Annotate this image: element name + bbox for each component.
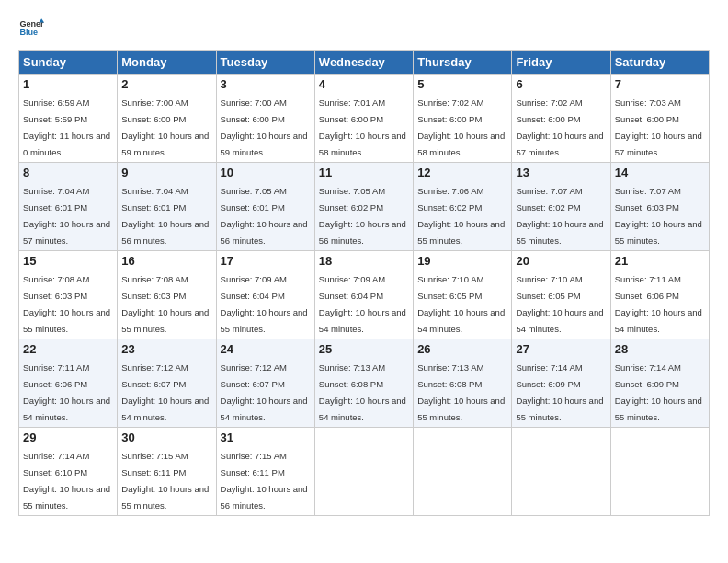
day-info: Sunrise: 7:05 AMSunset: 6:02 PMDaylight:… [319,186,406,246]
calendar-cell: 26 Sunrise: 7:13 AMSunset: 6:08 PMDaylig… [414,339,512,428]
day-number: 25 [319,342,409,356]
calendar-cell: 28 Sunrise: 7:14 AMSunset: 6:09 PMDaylig… [610,339,709,428]
col-header-tuesday: Tuesday [216,51,314,75]
col-header-thursday: Thursday [414,51,512,75]
day-number: 18 [319,254,409,268]
day-number: 16 [121,254,211,268]
day-number: 24 [221,342,311,356]
calendar-cell: 10 Sunrise: 7:05 AMSunset: 6:01 PMDaylig… [216,163,314,251]
day-number: 5 [417,77,507,91]
day-info: Sunrise: 7:03 AMSunset: 6:00 PMDaylight:… [615,98,702,157]
day-number: 9 [121,166,211,179]
calendar-cell: 5 Sunrise: 7:02 AMSunset: 6:00 PMDayligh… [414,75,512,163]
day-number: 7 [615,77,705,91]
day-info: Sunrise: 7:07 AMSunset: 6:03 PMDaylight:… [615,186,702,246]
calendar-cell: 30 Sunrise: 7:15 AMSunset: 6:11 PMDaylig… [118,428,216,516]
calendar-cell: 17 Sunrise: 7:09 AMSunset: 6:04 PMDaylig… [216,251,314,339]
day-number: 31 [221,431,311,444]
day-number: 11 [319,166,409,179]
day-info: Sunrise: 7:14 AMSunset: 6:10 PMDaylight:… [23,451,110,511]
day-info: Sunrise: 7:08 AMSunset: 6:03 PMDaylight:… [23,274,110,334]
day-info: Sunrise: 7:01 AMSunset: 6:00 PMDaylight:… [319,98,406,157]
day-info: Sunrise: 7:13 AMSunset: 6:08 PMDaylight:… [319,362,406,422]
day-number: 30 [121,431,211,444]
calendar-cell: 8 Sunrise: 7:04 AMSunset: 6:01 PMDayligh… [19,163,118,251]
day-info: Sunrise: 7:02 AMSunset: 6:00 PMDaylight:… [516,98,603,157]
calendar-cell: 13 Sunrise: 7:07 AMSunset: 6:02 PMDaylig… [512,163,610,251]
day-number: 19 [417,254,507,268]
day-number: 8 [23,166,113,179]
calendar-cell: 14 Sunrise: 7:07 AMSunset: 6:03 PMDaylig… [610,163,709,251]
calendar-cell: 4 Sunrise: 7:01 AMSunset: 6:00 PMDayligh… [314,75,413,163]
calendar-cell: 23 Sunrise: 7:12 AMSunset: 6:07 PMDaylig… [118,339,216,428]
day-info: Sunrise: 7:07 AMSunset: 6:02 PMDaylight:… [516,186,603,246]
day-number: 27 [516,342,606,356]
col-header-monday: Monday [118,51,216,75]
logo-icon: General Blue [18,15,44,40]
day-info: Sunrise: 7:13 AMSunset: 6:08 PMDaylight:… [417,362,505,422]
day-info: Sunrise: 7:11 AMSunset: 6:06 PMDaylight:… [615,274,702,334]
day-info: Sunrise: 7:09 AMSunset: 6:04 PMDaylight:… [319,274,406,334]
col-header-friday: Friday [512,51,610,75]
day-info: Sunrise: 7:09 AMSunset: 6:04 PMDaylight:… [221,274,308,334]
calendar-cell: 1 Sunrise: 6:59 AMSunset: 5:59 PMDayligh… [19,75,118,163]
day-info: Sunrise: 7:14 AMSunset: 6:09 PMDaylight:… [516,362,603,422]
day-info: Sunrise: 7:04 AMSunset: 6:01 PMDaylight:… [121,186,209,246]
calendar-cell: 22 Sunrise: 7:11 AMSunset: 6:06 PMDaylig… [19,339,118,428]
calendar-table: SundayMondayTuesdayWednesdayThursdayFrid… [18,50,710,516]
calendar-cell: 16 Sunrise: 7:08 AMSunset: 6:03 PMDaylig… [118,251,216,339]
calendar-cell: 20 Sunrise: 7:10 AMSunset: 6:05 PMDaylig… [512,251,610,339]
day-number: 12 [417,166,507,179]
calendar-cell: 7 Sunrise: 7:03 AMSunset: 6:00 PMDayligh… [610,75,709,163]
day-info: Sunrise: 7:02 AMSunset: 6:00 PMDaylight:… [417,98,505,157]
day-number: 29 [23,431,113,444]
day-number: 22 [23,342,113,356]
calendar-cell [512,428,610,516]
day-info: Sunrise: 7:12 AMSunset: 6:07 PMDaylight:… [221,362,308,422]
calendar-cell [610,428,709,516]
calendar-cell: 27 Sunrise: 7:14 AMSunset: 6:09 PMDaylig… [512,339,610,428]
calendar-cell: 6 Sunrise: 7:02 AMSunset: 6:00 PMDayligh… [512,75,610,163]
day-number: 1 [23,77,113,91]
day-number: 3 [221,77,311,91]
day-info: Sunrise: 7:12 AMSunset: 6:07 PMDaylight:… [121,362,209,422]
day-number: 6 [516,77,606,91]
calendar-cell: 18 Sunrise: 7:09 AMSunset: 6:04 PMDaylig… [314,251,413,339]
day-info: Sunrise: 7:11 AMSunset: 6:06 PMDaylight:… [23,362,110,422]
day-info: Sunrise: 7:08 AMSunset: 6:03 PMDaylight:… [121,274,209,334]
logo: General Blue [18,15,48,40]
day-number: 4 [319,77,409,91]
day-info: Sunrise: 7:00 AMSunset: 6:00 PMDaylight:… [121,98,209,157]
calendar-cell [414,428,512,516]
day-number: 23 [121,342,211,356]
day-info: Sunrise: 7:00 AMSunset: 6:00 PMDaylight:… [221,98,308,157]
day-info: Sunrise: 7:15 AMSunset: 6:11 PMDaylight:… [221,451,308,511]
col-header-saturday: Saturday [610,51,709,75]
calendar-cell: 19 Sunrise: 7:10 AMSunset: 6:05 PMDaylig… [414,251,512,339]
day-number: 13 [516,166,606,179]
day-info: Sunrise: 7:14 AMSunset: 6:09 PMDaylight:… [615,362,702,422]
day-number: 2 [121,77,211,91]
calendar-cell: 2 Sunrise: 7:00 AMSunset: 6:00 PMDayligh… [118,75,216,163]
calendar-cell: 24 Sunrise: 7:12 AMSunset: 6:07 PMDaylig… [216,339,314,428]
calendar-cell: 15 Sunrise: 7:08 AMSunset: 6:03 PMDaylig… [19,251,118,339]
day-number: 15 [23,254,113,268]
day-number: 17 [221,254,311,268]
day-info: Sunrise: 7:05 AMSunset: 6:01 PMDaylight:… [221,186,308,246]
day-info: Sunrise: 7:04 AMSunset: 6:01 PMDaylight:… [23,186,110,246]
day-info: Sunrise: 7:10 AMSunset: 6:05 PMDaylight:… [516,274,603,334]
calendar-cell: 21 Sunrise: 7:11 AMSunset: 6:06 PMDaylig… [610,251,709,339]
calendar-cell: 29 Sunrise: 7:14 AMSunset: 6:10 PMDaylig… [19,428,118,516]
day-number: 20 [516,254,606,268]
calendar-cell: 25 Sunrise: 7:13 AMSunset: 6:08 PMDaylig… [314,339,413,428]
day-number: 21 [615,254,705,268]
page: General Blue SundayMondayTuesdayWednesda… [0,0,728,525]
day-info: Sunrise: 7:10 AMSunset: 6:05 PMDaylight:… [417,274,505,334]
calendar-cell: 9 Sunrise: 7:04 AMSunset: 6:01 PMDayligh… [118,163,216,251]
calendar-cell: 3 Sunrise: 7:00 AMSunset: 6:00 PMDayligh… [216,75,314,163]
day-number: 10 [221,166,311,179]
col-header-wednesday: Wednesday [314,51,413,75]
day-info: Sunrise: 6:59 AMSunset: 5:59 PMDaylight:… [23,98,110,157]
day-info: Sunrise: 7:15 AMSunset: 6:11 PMDaylight:… [121,451,209,511]
header: General Blue [18,15,710,40]
